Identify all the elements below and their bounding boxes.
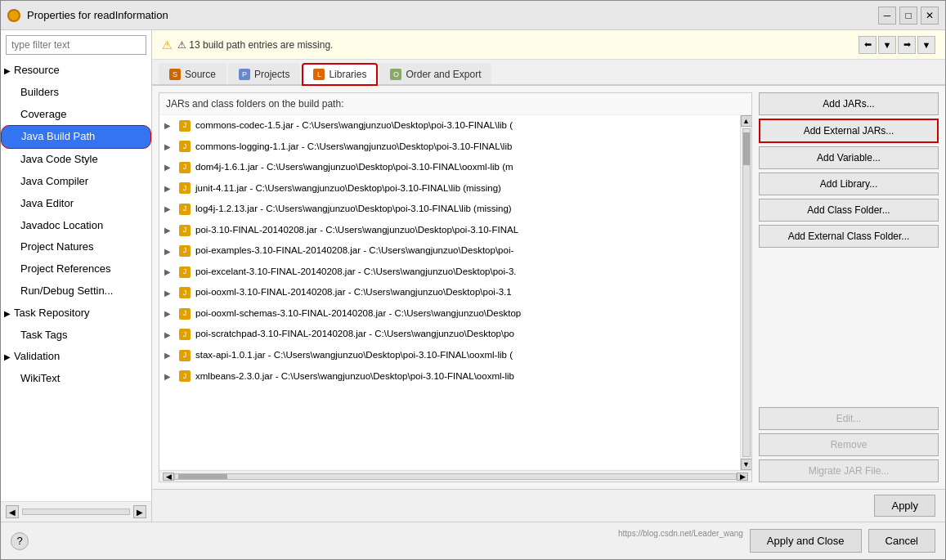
help-icon[interactable]: ? [11,532,29,550]
libraries-tab-label: Libraries [329,69,366,80]
window-title: Properties for readInformation [27,9,168,21]
tree-arrow-validation: ▶ [4,351,11,364]
add-external-jars-button[interactable]: Add External JARs... [759,119,939,143]
sidebar-scrollbar-track [22,508,130,515]
tab-order-export[interactable]: O Order and Export [379,63,491,84]
filter-input[interactable] [6,35,146,55]
jar-item-10[interactable]: ▶ J poi-ooxml-schemas-3.10-FINAL-2014020… [159,303,740,325]
sidebar-item-resource[interactable]: ▶Resource [1,60,151,82]
footer-buttons: https://blog.csdn.net/Leader_wang Apply … [618,529,935,553]
sidebar-item-javadoc-location[interactable]: Javadoc Location [1,215,151,237]
jar-list[interactable]: ▶ J commons-codec-1.5.jar - C:\Users\wan… [159,115,740,470]
sidebar-item-java-compiler[interactable]: Java Compiler [1,171,151,193]
sidebar-item-builders[interactable]: Builders [1,82,151,104]
nav-forward-button[interactable]: ➡ [898,36,916,54]
scroll-down-btn[interactable]: ▼ [741,459,752,470]
jar-item-2[interactable]: ▶ J commons-logging-1.1.jar - C:\Users\w… [159,137,740,158]
projects-tab-label: Projects [254,69,289,80]
scroll-left-btn[interactable]: ◀ [163,473,174,481]
add-jars-button[interactable]: Add JARs... [759,92,939,115]
jar-arrow: ▶ [164,307,174,320]
jar-item-4[interactable]: ▶ J junit-4.11.jar - C:\Users\wangjunzuo… [159,178,740,199]
jar-arrow: ▶ [164,119,174,132]
sidebar-scroll-left[interactable]: ◀ [6,505,19,518]
add-library-button[interactable]: Add Library... [759,172,939,195]
close-button[interactable]: ✕ [921,7,939,25]
jar-arrow: ▶ [164,181,174,195]
scroll-v-track[interactable] [742,128,751,457]
nav-arrows: ⬅ ▼ ➡ ▼ [859,36,935,54]
sidebar-item-project-natures[interactable]: Project Natures [1,236,151,258]
jar-arrow: ▶ [164,348,174,362]
sidebar-scroll-bar: ◀ ▶ [1,501,151,522]
jar-item-12[interactable]: ▶ J stax-api-1.0.1.jar - C:\Users\wangju… [159,345,740,366]
tab-libraries[interactable]: L Libraries [302,63,378,86]
jar-item-13[interactable]: ▶ J xmlbeans-2.3.0.jar - C:\Users\wangju… [159,366,740,388]
remove-button[interactable]: Remove [759,433,939,456]
sidebar-item-task-tags[interactable]: Task Tags [1,325,151,347]
edit-button[interactable]: Edit... [759,407,939,430]
jar-icon: J [179,182,191,194]
jar-arrow: ▶ [164,223,174,237]
jar-item-6[interactable]: ▶ J poi-3.10-FINAL-20140208.jar - C:\Use… [159,220,740,241]
jar-path-12: stax-api-1.0.1.jar - C:\Users\wangjunzuo… [195,347,513,364]
content-area: ▶Resource Builders Coverage Java Build P… [1,30,945,522]
jar-arrow: ▶ [164,370,174,383]
sidebar-item-java-build-path[interactable]: Java Build Path [1,125,151,149]
nav-dropdown-button[interactable]: ▼ [878,36,896,54]
minimize-button[interactable]: ─ [878,7,896,25]
source-tab-icon: S [169,69,181,80]
jar-arrow: ▶ [164,244,174,258]
add-class-folder-button[interactable]: Add Class Folder... [759,199,939,222]
jar-item-11[interactable]: ▶ J poi-scratchpad-3.10-FINAL-20140208.j… [159,324,740,345]
url-hint: https://blog.csdn.net/Leader_wang [618,529,743,553]
sidebar-item-java-editor[interactable]: Java Editor [1,193,151,215]
jar-icon: J [179,267,191,278]
maximize-button[interactable]: □ [899,7,917,25]
migrate-jar-button[interactable]: Migrate JAR File... [759,459,939,482]
scroll-h-thumb [178,474,227,479]
jar-item-3[interactable]: ▶ J dom4j-1.6.1.jar - C:\Users\wangjunzu… [159,157,740,178]
jar-path-9: poi-ooxml-3.10-FINAL-20140208.jar - C:\U… [195,284,512,301]
apply-button[interactable]: Apply [874,495,935,517]
jar-path-2: commons-logging-1.1.jar - C:\Users\wangj… [195,139,512,155]
jar-icon: J [179,245,191,257]
sidebar-item-validation[interactable]: ▶Validation [1,346,151,368]
panel-label: JARs and class folders on the build path… [159,93,751,115]
jar-item-7[interactable]: ▶ J poi-examples-3.10-FINAL-20140208.jar… [159,240,740,262]
nav-back-button[interactable]: ⬅ [859,36,877,54]
jar-icon: J [179,287,191,298]
warning-message: ⚠ 13 build path entries are missing. [177,39,333,51]
jar-item-9[interactable]: ▶ J poi-ooxml-3.10-FINAL-20140208.jar - … [159,282,740,303]
sidebar-item-coverage[interactable]: Coverage [1,104,151,126]
sidebar-item-run-debug[interactable]: Run/Debug Settin... [1,280,151,302]
scroll-up-btn[interactable]: ▲ [741,115,752,127]
jar-icon: J [179,308,191,320]
jar-path-8: poi-excelant-3.10-FINAL-20140208.jar - C… [195,264,516,280]
jar-arrow: ▶ [164,328,174,342]
sidebar-item-java-code-style[interactable]: Java Code Style [1,149,151,171]
tab-projects[interactable]: P Projects [228,63,300,84]
jar-icon: J [179,329,191,340]
tab-source[interactable]: S Source [159,63,226,84]
jar-item-1[interactable]: ▶ J commons-codec-1.5.jar - C:\Users\wan… [159,115,740,137]
main-content-area: JARs and class folders on the build path… [152,86,945,489]
jar-icon: J [179,204,191,215]
cancel-button[interactable]: Cancel [868,529,935,553]
scroll-h-track[interactable] [174,473,737,480]
sidebar-item-wikitext[interactable]: WikiText [1,368,151,390]
add-variable-button[interactable]: Add Variable... [759,146,939,169]
jar-path-1: commons-codec-1.5.jar - C:\Users\wangjun… [195,118,513,134]
nav-forward-dropdown[interactable]: ▼ [917,36,935,54]
jar-icon: J [179,120,191,132]
jar-arrow: ▶ [164,286,174,300]
jar-item-5[interactable]: ▶ J log4j-1.2.13.jar - C:\Users\wangjunz… [159,199,740,220]
sidebar-item-project-references[interactable]: Project References [1,258,151,280]
sidebar-item-task-repository[interactable]: ▶Task Repository [1,302,151,325]
jar-item-8[interactable]: ▶ J poi-excelant-3.10-FINAL-20140208.jar… [159,262,740,283]
sidebar-scroll-right[interactable]: ▶ [133,505,146,518]
apply-and-close-button[interactable]: Apply and Close [750,529,862,553]
scroll-right-btn[interactable]: ▶ [737,473,748,481]
add-external-class-folder-button[interactable]: Add External Class Folder... [759,225,939,248]
warning-bar: ⚠ ⚠ 13 build path entries are missing. ⬅… [152,30,945,60]
